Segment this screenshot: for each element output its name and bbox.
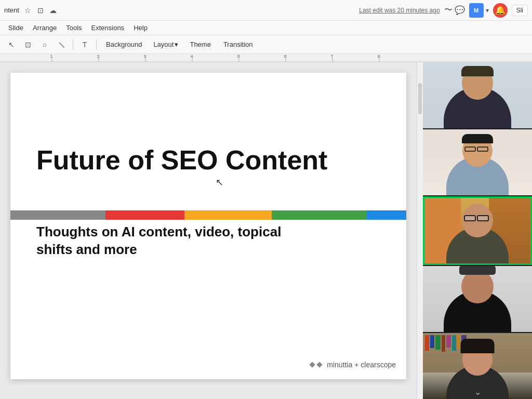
video-chevron-icon[interactable]: ⌄ xyxy=(474,387,481,397)
scrollbar[interactable] xyxy=(417,62,423,399)
theme-button[interactable]: Theme xyxy=(184,38,216,50)
color-bar-yellow xyxy=(184,210,272,220)
person-bg-1 xyxy=(423,62,532,128)
color-bar-green xyxy=(272,210,367,220)
ruler-svg: 1 2 3 4 5 6 7 8 xyxy=(0,54,532,62)
meet-chevron[interactable]: ▾ xyxy=(486,7,489,14)
layout-button[interactable]: Layout ▾ xyxy=(149,38,182,50)
transition-button[interactable]: Transition xyxy=(218,38,258,50)
svg-text:3: 3 xyxy=(144,54,147,59)
logo-icon xyxy=(309,362,323,368)
layout-chevron-icon: ▾ xyxy=(175,41,178,48)
top-bar: ntent ☆ ⊡ ☁ Last edit was 20 minutes ago… xyxy=(0,0,532,21)
video-tile-3[interactable] xyxy=(423,196,532,265)
slide-canvas[interactable]: Future of SEO Content Thoughts on AI con… xyxy=(10,73,406,379)
top-bar-icons: ☆ ⊡ ☁ xyxy=(23,6,58,15)
color-bar-gray xyxy=(10,210,105,220)
last-edit-text[interactable]: Last edit was 20 minutes ago xyxy=(359,7,440,14)
person-bg-3 xyxy=(424,198,530,264)
color-bar-blue xyxy=(367,210,406,220)
menu-extensions[interactable]: Extensions xyxy=(87,22,129,33)
video-tile-2[interactable] xyxy=(423,129,532,195)
person-bg-2 xyxy=(423,129,532,195)
toolbar-sep-1 xyxy=(73,39,73,50)
menu-slide[interactable]: Slide xyxy=(4,22,28,33)
shape-tool[interactable]: ○ xyxy=(37,37,52,52)
app-title: ntent xyxy=(4,6,19,14)
slide-logo: minuttia + clearscope xyxy=(309,361,396,369)
cloud-icon[interactable]: ☁ xyxy=(48,6,58,15)
star-icon[interactable]: ☆ xyxy=(23,6,33,15)
main-area: Future of SEO Content Thoughts on AI con… xyxy=(0,62,532,399)
svg-text:8: 8 xyxy=(378,54,380,59)
toolbar-sep-2 xyxy=(96,39,97,50)
toolbar: ↖ ⊡ ○ | T Background Layout ▾ Theme Tran… xyxy=(0,35,532,54)
select-tool[interactable]: ⊡ xyxy=(21,37,35,52)
user-avatar[interactable]: 🔔 xyxy=(493,3,508,18)
svg-text:2: 2 xyxy=(97,54,100,59)
mouse-cursor: ↖ xyxy=(216,177,223,188)
menu-help[interactable]: Help xyxy=(129,22,152,33)
top-bar-right: Last edit was 20 minutes ago 〜 💬 M ▾ 🔔 S… xyxy=(359,3,528,18)
ruler: 1 2 3 4 5 6 7 8 xyxy=(0,54,532,62)
menu-arrange[interactable]: Arrange xyxy=(29,22,61,33)
color-bar xyxy=(10,210,406,220)
svg-text:1: 1 xyxy=(50,54,53,59)
svg-text:6: 6 xyxy=(284,54,287,59)
text-tool[interactable]: T xyxy=(77,37,92,52)
analytics-icon[interactable]: 〜 xyxy=(444,5,453,16)
menu-tools[interactable]: Tools xyxy=(62,22,86,33)
video-tile-5[interactable]: ⌄ xyxy=(423,333,532,399)
meet-icon[interactable]: M xyxy=(469,3,484,18)
slides-button[interactable]: Sli xyxy=(512,5,528,16)
slide-title[interactable]: Future of SEO Content xyxy=(36,145,327,175)
svg-text:5: 5 xyxy=(237,54,240,59)
svg-text:4: 4 xyxy=(191,54,193,59)
app-container: ntent ☆ ⊡ ☁ Last edit was 20 minutes ago… xyxy=(0,0,532,399)
folder-icon[interactable]: ⊡ xyxy=(36,6,45,15)
color-bar-red xyxy=(105,210,184,220)
menu-bar: Slide Arrange Tools Extensions Help xyxy=(0,21,532,35)
line-tool[interactable]: | xyxy=(51,34,72,55)
svg-rect-0 xyxy=(0,54,532,62)
slide-subtitle[interactable]: Thoughts on AI content, video, topicalsh… xyxy=(36,223,281,259)
cursor-tool[interactable]: ↖ xyxy=(4,37,19,52)
video-tile-1[interactable] xyxy=(423,62,532,128)
comments-icon[interactable]: 💬 xyxy=(455,5,465,15)
video-tile-4[interactable] xyxy=(423,266,532,332)
top-icon-group: 〜 💬 xyxy=(444,5,465,16)
logo-text: minuttia + clearscope xyxy=(327,361,396,369)
background-button[interactable]: Background xyxy=(101,38,147,50)
person-bg-4 xyxy=(423,266,532,332)
svg-text:7: 7 xyxy=(331,54,334,59)
slide-area[interactable]: Future of SEO Content Thoughts on AI con… xyxy=(0,62,417,399)
video-panel: ⌄ xyxy=(423,62,532,399)
